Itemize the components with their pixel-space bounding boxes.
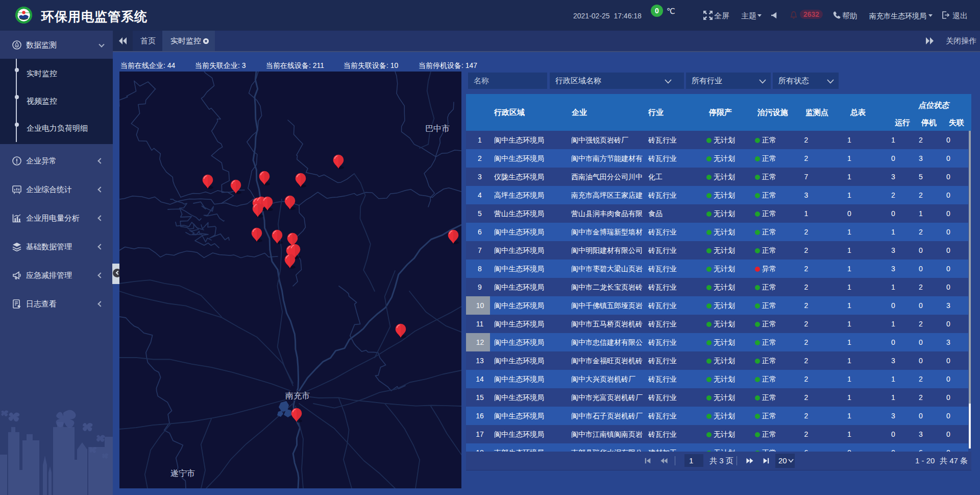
svg-text:遂宁市: 遂宁市 — [170, 469, 195, 478]
svg-text:巴中市: 巴中市 — [425, 124, 450, 133]
svg-text:南充市: 南充市 — [285, 391, 310, 400]
